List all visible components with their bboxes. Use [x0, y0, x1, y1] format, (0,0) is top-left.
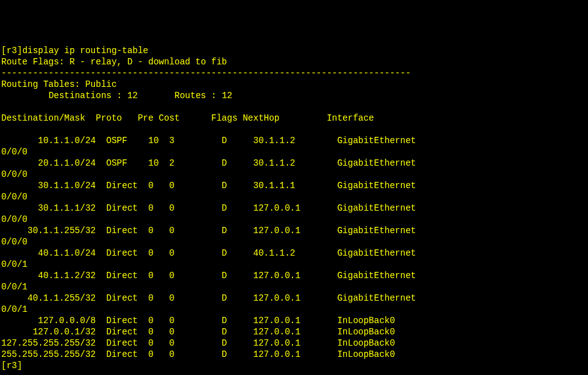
cli-end-prompt: [r3] [1, 361, 22, 371]
routing-table-header: Destination/Mask Proto Pre Cost Flags Ne… [1, 113, 374, 123]
route-flags-legend: Route Flags: R - relay, D - download to … [1, 57, 227, 67]
cli-prompt-line: [r3]display ip routing-table [1, 46, 148, 56]
divider: ----------------------------------------… [1, 68, 411, 78]
routing-table-body: 10.1.1.0/24 OSPF 10 3 D 30.1.1.2 Gigabit… [1, 136, 416, 359]
routing-summary: Destinations : 12 Routes : 12 [1, 91, 232, 101]
cli-command: display ip routing-table [22, 46, 149, 56]
terminal[interactable]: [r3]display ip routing-table Route Flags… [0, 45, 588, 371]
routing-tables-title: Routing Tables: Public [1, 79, 117, 89]
